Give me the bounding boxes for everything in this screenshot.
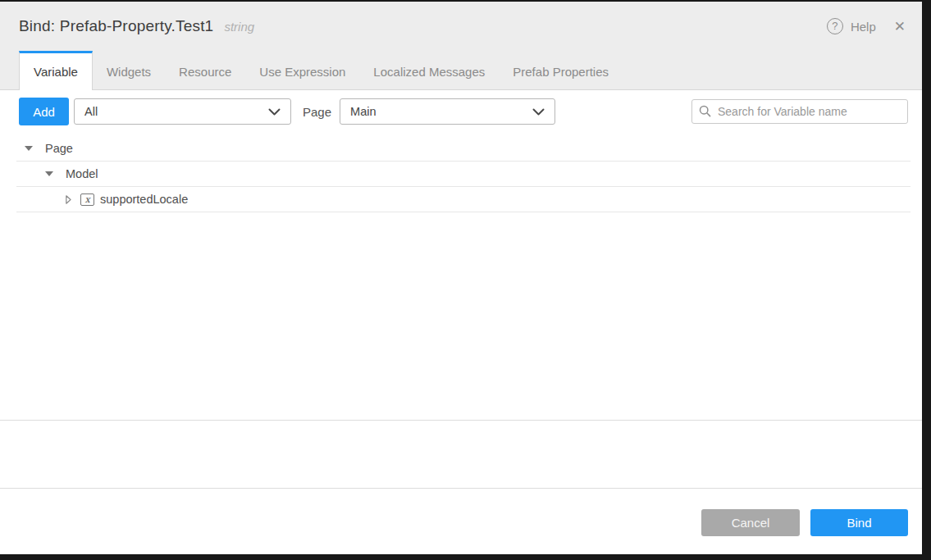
tree-node-label: Model [66, 167, 98, 180]
variable-panel: Add All Page Main [0, 90, 922, 421]
chevron-down-icon [268, 108, 281, 116]
dialog-subtitle-type: string [224, 20, 254, 34]
tree-node-label: Page [45, 142, 73, 155]
cancel-button[interactable]: Cancel [701, 509, 800, 536]
dialog-title: Bind: Prefab-Property.Test1 [19, 17, 213, 35]
dialog-tabbar: Variable Widgets Resource Use Expression… [0, 51, 922, 90]
header-actions: ? Help ✕ [827, 18, 910, 35]
page-select[interactable]: Main [340, 98, 555, 125]
variable-search [691, 99, 908, 124]
caret-down-icon[interactable] [45, 171, 53, 176]
close-icon[interactable]: ✕ [894, 18, 906, 35]
tree-row-supportedlocale[interactable]: x supportedLocale [16, 187, 910, 212]
add-variable-button[interactable]: Add [19, 98, 69, 125]
help-link[interactable]: Help [851, 20, 876, 34]
variable-tree: Page Model x supportedLocale [0, 136, 922, 212]
variable-search-input[interactable] [691, 99, 908, 124]
tree-node-label: supportedLocale [100, 193, 188, 206]
bind-dialog: Bind: Prefab-Property.Test1 string ? Hel… [0, 2, 922, 554]
bind-button[interactable]: Bind [810, 509, 908, 536]
help-icon[interactable]: ? [827, 18, 843, 34]
tab-variable[interactable]: Variable [19, 51, 93, 90]
tab-resource[interactable]: Resource [165, 51, 245, 89]
tab-widgets[interactable]: Widgets [93, 51, 165, 89]
tab-use-expression[interactable]: Use Expression [245, 51, 359, 89]
caret-down-icon[interactable] [25, 146, 33, 151]
variable-toolbar: Add All Page Main [0, 90, 922, 125]
caret-right-icon[interactable] [66, 195, 71, 204]
tab-prefab-properties[interactable]: Prefab Properties [499, 51, 623, 89]
variable-type-filter-value: All [84, 105, 98, 118]
search-icon [699, 105, 711, 117]
variable-x-icon: x [80, 193, 94, 206]
tree-row-model[interactable]: Model [16, 162, 910, 187]
page-select-label: Page [303, 105, 331, 119]
variable-type-filter-select[interactable]: All [74, 98, 291, 125]
dialog-header: Bind: Prefab-Property.Test1 string ? Hel… [0, 2, 922, 51]
dialog-footer: Cancel Bind [0, 489, 922, 554]
expression-panel [0, 421, 922, 489]
chevron-down-icon [532, 108, 545, 116]
tree-row-page[interactable]: Page [16, 136, 910, 162]
tab-localized-messages[interactable]: Localized Messages [359, 51, 499, 89]
app-background: Bind: Prefab-Property.Test1 string ? Hel… [0, 0, 931, 560]
page-select-value: Main [350, 105, 376, 118]
